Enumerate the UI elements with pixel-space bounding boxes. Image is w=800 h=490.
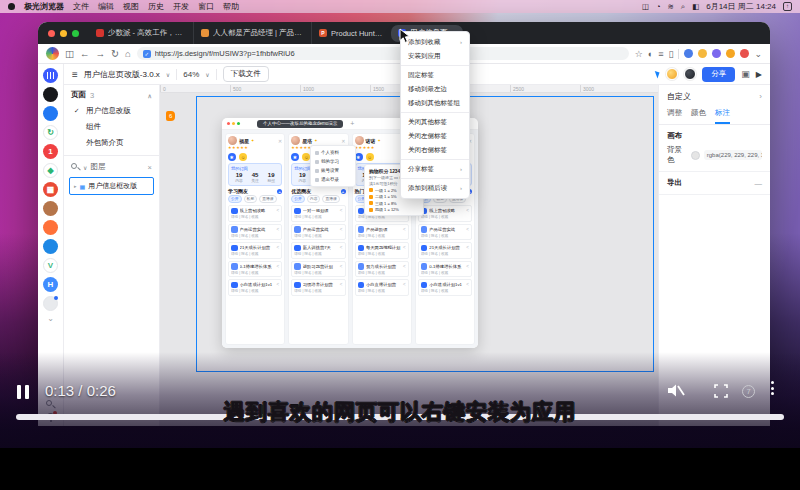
title-caret-icon[interactable]: ∨	[166, 71, 170, 78]
context-menu-item[interactable]: 添加到稍后读 ›	[401, 178, 469, 195]
apple-logo-icon[interactable]	[8, 3, 15, 10]
menu-app-name[interactable]: 极光浏览器	[24, 1, 64, 12]
properties-tab[interactable]: 颜色	[691, 108, 706, 124]
browser-tab[interactable]: 少数派 - 高效工作，品质生活	[89, 22, 193, 44]
collapse-pages-icon[interactable]: ∧	[148, 92, 152, 99]
expand-layer-icon[interactable]: ▸	[74, 183, 77, 189]
clear-search-icon[interactable]: ×	[148, 163, 152, 172]
status-icon[interactable]: ◫	[642, 3, 649, 11]
more-extensions-icon[interactable]: ⌄	[754, 49, 762, 59]
forward-icon[interactable]: →	[95, 49, 105, 59]
zoom-window-button[interactable]	[72, 30, 79, 37]
home-icon[interactable]: ⌂	[125, 49, 131, 59]
context-menu-item[interactable]: 分享标签 ›	[401, 159, 469, 176]
share-button[interactable]: 分享	[702, 67, 735, 82]
properties-tab[interactable]: 标注	[715, 108, 730, 124]
extension-icon[interactable]	[712, 49, 721, 58]
menu-item[interactable]: 文件	[73, 1, 89, 12]
browser-logo-icon[interactable]	[46, 47, 59, 60]
sidebar-toggle-icon[interactable]: ◫	[65, 49, 74, 59]
present-play-icon[interactable]: ▶	[756, 70, 762, 79]
close-window-button[interactable]	[48, 30, 55, 37]
share-icon[interactable]: ↑	[783, 2, 792, 11]
list-item: 产品运营实战 < 详情 | 报名 | 收藏	[291, 224, 345, 241]
status-icon[interactable]: ◧	[692, 3, 699, 11]
color-value[interactable]: rgba(229, 229, 229, 1)	[704, 150, 762, 160]
sidebar-site-icon[interactable]: ◆	[43, 163, 58, 178]
status-icon[interactable]: ⌕	[681, 3, 685, 11]
minimize-window-button[interactable]	[60, 30, 67, 37]
extension-icon[interactable]	[684, 49, 693, 58]
sidebar-site-icon[interactable]: 1	[43, 144, 58, 159]
color-swatch[interactable]	[691, 151, 700, 160]
sidebar-site-icon[interactable]	[43, 239, 58, 254]
sidebar-site-icon[interactable]: V	[43, 258, 58, 273]
context-menu-item[interactable]: 移动到最左边 ›	[401, 82, 469, 96]
page-list-item[interactable]: 组件	[64, 119, 159, 135]
filter-caret-icon[interactable]: ∨	[83, 164, 87, 171]
expand-properties-icon[interactable]: ›	[759, 92, 762, 101]
tab-title: 少数派 - 高效工作，品质生活	[108, 28, 186, 38]
menu-item[interactable]: 帮助	[223, 1, 239, 12]
context-menu-item[interactable]: 添加到收藏 ›	[401, 35, 469, 49]
back-icon[interactable]: ←	[80, 49, 90, 59]
sidebar-site-icon[interactable]: ↻	[43, 125, 58, 140]
properties-tab[interactable]: 调整	[667, 108, 682, 124]
sidebar-site-icon[interactable]	[43, 68, 58, 83]
sidebar-site-icon[interactable]	[43, 106, 58, 121]
chevron-down-icon[interactable]: ⌄	[47, 315, 54, 323]
pause-button[interactable]	[17, 385, 29, 399]
player-badge[interactable]: 7	[742, 385, 755, 398]
menu-item[interactable]: 视图	[123, 1, 139, 12]
status-icon[interactable]: ≋	[668, 3, 674, 11]
sidebar-site-icon[interactable]	[43, 220, 58, 235]
page-list-item[interactable]: ✓ 用户信息改版	[64, 103, 159, 119]
menu-item[interactable]: 编辑	[98, 1, 114, 12]
context-menu-item[interactable]: 安装到应用 ›	[401, 49, 469, 63]
page-list-item[interactable]: 外包简介页	[64, 135, 159, 151]
menu-item[interactable]: 历史	[148, 1, 164, 12]
context-menu-item[interactable]: 固定标签 ›	[401, 65, 469, 82]
reload-icon[interactable]: ↻	[111, 49, 119, 59]
browser-tab[interactable]: P Product Hunt – The best ne…	[311, 22, 391, 44]
security-shield-icon[interactable]: ✓	[143, 50, 151, 58]
stat: 45关注	[251, 172, 259, 183]
hamburger-menu-icon[interactable]: ≡	[72, 69, 78, 80]
avatar[interactable]	[666, 68, 678, 80]
sidebar-site-icon[interactable]	[43, 296, 58, 311]
avatar[interactable]	[684, 68, 696, 80]
context-menu-item[interactable]: 关闭右侧标签 ›	[401, 143, 469, 157]
menu-bar-clock[interactable]: 6月14日 周二 14:24	[706, 1, 776, 12]
browser-tab[interactable]: 人人都是产品经理 | 产品经理…	[193, 22, 311, 44]
zoom-caret-icon[interactable]: ∨	[205, 71, 209, 78]
collapse-export-icon[interactable]: —	[755, 179, 763, 188]
zoom-level[interactable]: 64%	[183, 70, 199, 79]
bookmark-star-icon[interactable]: ☆	[635, 49, 643, 59]
list-icon[interactable]: ≡	[658, 49, 663, 59]
layer-search-label[interactable]: 图层	[90, 162, 105, 172]
sidebar-site-icon[interactable]	[43, 87, 58, 102]
download-file-button[interactable]: 下载文件	[223, 66, 269, 82]
list-item: 小白直播计划营 < 详情 | 报名 | 收藏	[355, 279, 409, 296]
sidebar-site-icon[interactable]: ▦	[43, 182, 58, 197]
layer-search-icon[interactable]	[71, 163, 80, 172]
dropdown-item-icon	[315, 169, 319, 173]
player-more-icon[interactable]	[771, 381, 774, 395]
menu-item[interactable]: 开发	[173, 1, 189, 12]
status-icon[interactable]: ◔	[656, 3, 661, 11]
image-export-icon[interactable]: ▣	[741, 69, 750, 79]
context-menu-item[interactable]: 关闭左侧标签 ›	[401, 129, 469, 143]
document-title[interactable]: 用户信息页改版-3.0.x	[84, 69, 160, 80]
extension-icon[interactable]	[740, 49, 749, 58]
sidebar-site-icon[interactable]: H	[43, 277, 58, 292]
dark-mode-icon[interactable]: ◐	[648, 49, 653, 59]
context-menu-item[interactable]: 关闭其他标签 ›	[401, 112, 469, 129]
extension-icon[interactable]	[726, 49, 735, 58]
extension-icon[interactable]	[698, 49, 707, 58]
address-bar[interactable]: ✓ https://js.design/f/mUSIW3?p=1fhbfwRiU…	[137, 47, 629, 60]
sidebar-site-icon[interactable]	[43, 201, 58, 216]
context-menu-item[interactable]: 移动到其他标签组 ›	[401, 96, 469, 110]
selected-layer-item[interactable]: ▸ ▦ 用户信息框改版	[69, 177, 154, 195]
reader-mode-icon[interactable]: ▯	[669, 49, 674, 59]
menu-item[interactable]: 窗口	[198, 1, 214, 12]
